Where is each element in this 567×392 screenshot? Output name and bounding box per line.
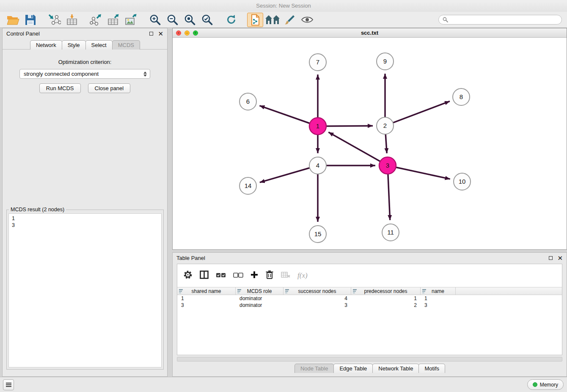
- deselect-all-columns-button[interactable]: [233, 272, 243, 279]
- table-cell[interactable]: dominator: [236, 302, 284, 309]
- table-cell[interactable]: 4: [284, 295, 351, 302]
- close-panel-icon[interactable]: ✕: [158, 30, 163, 37]
- graph-edge-3-10[interactable]: [395, 167, 450, 179]
- float-table-panel-icon[interactable]: [549, 256, 553, 260]
- minimize-window-icon[interactable]: −: [184, 30, 190, 36]
- export-image-button[interactable]: [123, 13, 139, 27]
- zoom-selected-icon: [201, 14, 213, 25]
- tab-mcds[interactable]: MCDS: [112, 40, 140, 50]
- table-cell[interactable]: dominator: [236, 295, 284, 302]
- zoom-out-button[interactable]: [164, 13, 180, 27]
- graph-edge-3-1[interactable]: [328, 132, 381, 162]
- column-header-label: shared name: [191, 288, 221, 294]
- graph-edge-3-11[interactable]: [388, 173, 390, 220]
- graph-node-label: 9: [383, 58, 387, 65]
- graph-edge-2-3[interactable]: [385, 133, 387, 153]
- apply-style-button[interactable]: [282, 13, 298, 27]
- tab-network[interactable]: Network: [30, 40, 62, 50]
- table-tab-motifs[interactable]: Motifs: [418, 364, 445, 373]
- function-builder-button[interactable]: f(x): [297, 271, 308, 280]
- table-cell[interactable]: 1: [421, 295, 456, 302]
- criterion-value: strongly connected component: [24, 71, 99, 77]
- table-body: 1dominator4113dominator323: [177, 295, 562, 309]
- open-network-in-browser-button[interactable]: [247, 13, 263, 27]
- horizontal-scrollbar[interactable]: [177, 357, 562, 362]
- network-window-titlebar[interactable]: × − + scc.txt: [173, 28, 567, 38]
- close-table-panel-icon[interactable]: ✕: [557, 255, 563, 261]
- column-header-shared-name[interactable]: shared name: [177, 287, 236, 295]
- zoom-in-button[interactable]: [147, 13, 163, 27]
- memory-button[interactable]: Memory: [527, 379, 564, 390]
- show-hide-details-button[interactable]: [299, 13, 315, 27]
- table-row[interactable]: 1dominator411: [177, 295, 562, 302]
- run-mcds-button[interactable]: Run MCDS: [39, 83, 81, 93]
- paintbrush-icon: [284, 14, 295, 25]
- double-house-icon: [265, 15, 280, 25]
- show-columns-button[interactable]: [200, 271, 209, 281]
- search-field[interactable]: [438, 15, 562, 25]
- unchecked-boxes-icon: [233, 273, 243, 278]
- close-window-icon[interactable]: ×: [176, 30, 181, 36]
- select-all-columns-button[interactable]: [216, 272, 226, 279]
- column-header-successor-nodes[interactable]: successor nodes: [284, 287, 351, 295]
- zoom-window-icon[interactable]: +: [193, 30, 198, 36]
- mcds-result-text[interactable]: 1 3: [8, 213, 162, 367]
- graph-edge-1-2[interactable]: [325, 126, 373, 126]
- table-cell[interactable]: 3: [284, 302, 351, 309]
- table-tab-network-table[interactable]: Network Table: [372, 364, 419, 373]
- control-panel-title: Control Panel: [6, 30, 149, 37]
- export-table-button[interactable]: [105, 13, 121, 27]
- table-cell[interactable]: 2: [351, 302, 421, 309]
- column-header-name[interactable]: name: [421, 287, 456, 295]
- dropdown-stepper-icon[interactable]: [141, 70, 149, 77]
- import-table-button[interactable]: [64, 13, 80, 27]
- table-cell[interactable]: 1: [177, 295, 236, 302]
- table-row[interactable]: 3dominator323: [177, 302, 562, 309]
- delete-table-button-disabled[interactable]: [281, 271, 290, 280]
- zoom-in-icon: [149, 14, 161, 25]
- zoom-selected-button[interactable]: [199, 13, 215, 27]
- table-cell[interactable]: 3: [421, 302, 456, 309]
- tab-select[interactable]: Select: [85, 40, 113, 50]
- criterion-dropdown[interactable]: strongly connected component: [19, 69, 150, 79]
- delete-table-icon: [281, 271, 290, 278]
- task-history-button[interactable]: [3, 379, 14, 390]
- zoom-fit-button[interactable]: [182, 13, 198, 27]
- column-sort-icon: [285, 289, 290, 294]
- graph-edge-1-6[interactable]: [259, 106, 311, 124]
- table-cell[interactable]: 3: [177, 302, 236, 309]
- graph-node-label: 11: [387, 229, 394, 236]
- show-home-panels-button[interactable]: [264, 13, 281, 27]
- column-header-MCDS-role[interactable]: MCDS role: [236, 287, 284, 295]
- close-panel-button[interactable]: Close panel: [88, 83, 131, 93]
- status-bar: Memory: [0, 377, 567, 392]
- table-header-row: shared nameMCDS rolesuccessor nodesprede…: [177, 287, 562, 295]
- import-network-button[interactable]: [47, 13, 63, 27]
- tab-style[interactable]: Style: [62, 40, 86, 50]
- float-panel-icon[interactable]: [149, 32, 153, 36]
- open-session-button[interactable]: [5, 13, 21, 27]
- column-header-predecessor-nodes[interactable]: predecessor nodes: [351, 287, 421, 295]
- main-toolbar: [0, 12, 567, 28]
- graph-node-label: 1: [316, 122, 319, 130]
- column-header-label: successor nodes: [298, 288, 336, 294]
- refresh-view-button[interactable]: [223, 13, 239, 27]
- delete-column-button[interactable]: [265, 270, 274, 281]
- refresh-icon: [226, 14, 237, 25]
- graph-node-label: 8: [460, 93, 463, 100]
- network-canvas[interactable]: 7968124314101511: [173, 38, 567, 249]
- search-input[interactable]: [450, 17, 558, 23]
- control-panel-tabs: NetworkStyleSelectMCDS: [3, 39, 167, 50]
- add-column-button[interactable]: [250, 271, 258, 280]
- save-session-button[interactable]: [22, 13, 39, 27]
- graph-edge-4-14[interactable]: [260, 168, 311, 182]
- export-network-button[interactable]: [88, 13, 104, 27]
- graph-edge-2-8[interactable]: [392, 101, 450, 123]
- memory-label: Memory: [540, 382, 558, 388]
- table-tab-node-table[interactable]: Node Table: [295, 364, 334, 373]
- table-cell[interactable]: 1: [351, 295, 421, 302]
- table-settings-button[interactable]: [183, 270, 193, 281]
- graph-node-label: 2: [383, 122, 387, 129]
- graph-node-label: 14: [245, 182, 252, 189]
- table-tab-edge-table[interactable]: Edge Table: [333, 364, 373, 373]
